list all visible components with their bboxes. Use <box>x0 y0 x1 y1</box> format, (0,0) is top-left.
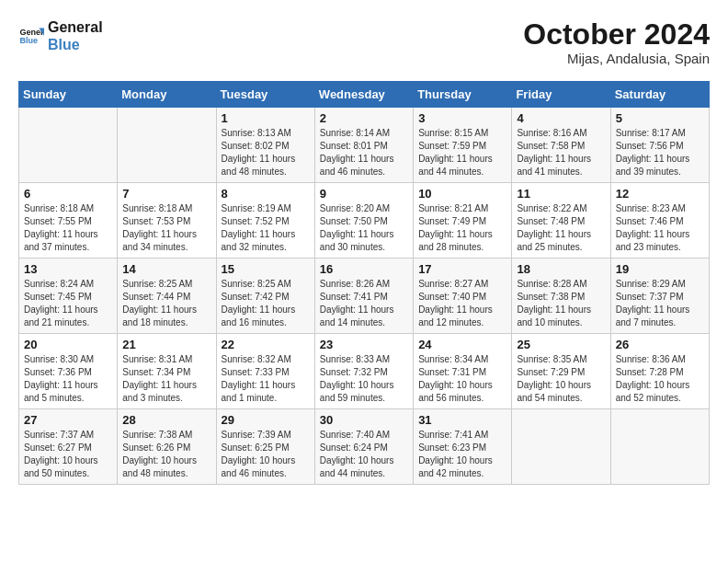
logo-text-blue: Blue <box>48 36 103 53</box>
day-detail: Sunrise: 7:39 AM Sunset: 6:25 PM Dayligh… <box>222 429 310 480</box>
title-block: October 2024 Mijas, Andalusia, Spain <box>523 18 710 66</box>
header-wednesday: Wednesday <box>314 82 413 108</box>
calendar-cell <box>512 409 610 485</box>
calendar-cell: 30Sunrise: 7:40 AM Sunset: 6:24 PM Dayli… <box>314 409 413 485</box>
day-number: 5 <box>616 111 704 125</box>
calendar-cell: 23Sunrise: 8:33 AM Sunset: 7:32 PM Dayli… <box>314 334 413 409</box>
calendar-cell: 12Sunrise: 8:23 AM Sunset: 7:46 PM Dayli… <box>610 183 709 259</box>
day-number: 19 <box>616 262 704 276</box>
header-thursday: Thursday <box>414 82 512 108</box>
day-number: 8 <box>222 187 310 201</box>
day-number: 27 <box>24 413 112 427</box>
day-detail: Sunrise: 8:18 AM Sunset: 7:55 PM Dayligh… <box>24 202 112 254</box>
day-number: 20 <box>24 338 112 351</box>
day-number: 4 <box>517 111 605 125</box>
day-detail: Sunrise: 8:36 AM Sunset: 7:28 PM Dayligh… <box>616 353 704 405</box>
day-detail: Sunrise: 8:16 AM Sunset: 7:58 PM Dayligh… <box>517 127 605 178</box>
logo-text-general: General <box>48 18 103 36</box>
day-detail: Sunrise: 8:19 AM Sunset: 7:52 PM Dayligh… <box>222 202 310 254</box>
day-detail: Sunrise: 8:32 AM Sunset: 7:33 PM Dayligh… <box>222 353 310 405</box>
calendar-cell: 5Sunrise: 8:17 AM Sunset: 7:56 PM Daylig… <box>610 108 709 183</box>
calendar-cell: 31Sunrise: 7:41 AM Sunset: 6:23 PM Dayli… <box>414 409 512 485</box>
logo: General Blue General Blue <box>18 18 103 53</box>
day-detail: Sunrise: 7:41 AM Sunset: 6:23 PM Dayligh… <box>418 429 506 480</box>
day-detail: Sunrise: 8:17 AM Sunset: 7:56 PM Dayligh… <box>616 127 704 178</box>
day-detail: Sunrise: 8:31 AM Sunset: 7:34 PM Dayligh… <box>122 353 210 405</box>
calendar-cell <box>610 409 709 485</box>
day-number: 18 <box>517 262 605 276</box>
location-subtitle: Mijas, Andalusia, Spain <box>523 51 710 66</box>
calendar-cell: 17Sunrise: 8:27 AM Sunset: 7:40 PM Dayli… <box>414 259 512 334</box>
day-detail: Sunrise: 8:18 AM Sunset: 7:53 PM Dayligh… <box>122 202 210 254</box>
day-number: 17 <box>418 262 506 276</box>
day-detail: Sunrise: 7:38 AM Sunset: 6:26 PM Dayligh… <box>122 429 210 480</box>
day-detail: Sunrise: 8:23 AM Sunset: 7:46 PM Dayligh… <box>616 202 704 254</box>
day-detail: Sunrise: 8:30 AM Sunset: 7:36 PM Dayligh… <box>24 353 112 405</box>
calendar-cell: 26Sunrise: 8:36 AM Sunset: 7:28 PM Dayli… <box>610 334 709 409</box>
day-number: 25 <box>517 338 605 351</box>
day-detail: Sunrise: 8:15 AM Sunset: 7:59 PM Dayligh… <box>418 127 506 178</box>
calendar-cell: 8Sunrise: 8:19 AM Sunset: 7:52 PM Daylig… <box>216 183 314 259</box>
calendar-cell: 4Sunrise: 8:16 AM Sunset: 7:58 PM Daylig… <box>512 108 610 183</box>
day-number: 26 <box>616 338 704 351</box>
page-header: General Blue General Blue October 2024 M… <box>18 18 710 66</box>
day-detail: Sunrise: 8:26 AM Sunset: 7:41 PM Dayligh… <box>320 278 408 329</box>
calendar-week-4: 20Sunrise: 8:30 AM Sunset: 7:36 PM Dayli… <box>19 334 710 409</box>
day-number: 9 <box>320 187 408 201</box>
calendar-table: SundayMondayTuesdayWednesdayThursdayFrid… <box>18 81 710 485</box>
day-detail: Sunrise: 8:27 AM Sunset: 7:40 PM Dayligh… <box>418 278 506 329</box>
day-number: 3 <box>418 111 506 125</box>
calendar-cell: 11Sunrise: 8:22 AM Sunset: 7:48 PM Dayli… <box>512 183 610 259</box>
calendar-cell: 13Sunrise: 8:24 AM Sunset: 7:45 PM Dayli… <box>19 259 118 334</box>
day-detail: Sunrise: 8:24 AM Sunset: 7:45 PM Dayligh… <box>24 278 112 329</box>
day-number: 12 <box>616 187 704 201</box>
day-detail: Sunrise: 8:34 AM Sunset: 7:31 PM Dayligh… <box>418 353 506 405</box>
day-number: 15 <box>222 262 310 276</box>
calendar-cell: 10Sunrise: 8:21 AM Sunset: 7:49 PM Dayli… <box>414 183 512 259</box>
calendar-header-row: SundayMondayTuesdayWednesdayThursdayFrid… <box>19 82 710 108</box>
day-number: 7 <box>122 187 210 201</box>
day-detail: Sunrise: 8:35 AM Sunset: 7:29 PM Dayligh… <box>517 353 605 405</box>
day-number: 24 <box>418 338 506 351</box>
day-detail: Sunrise: 8:25 AM Sunset: 7:44 PM Dayligh… <box>122 278 210 329</box>
calendar-cell: 1Sunrise: 8:13 AM Sunset: 8:02 PM Daylig… <box>216 108 314 183</box>
calendar-cell: 9Sunrise: 8:20 AM Sunset: 7:50 PM Daylig… <box>314 183 413 259</box>
day-number: 10 <box>418 187 506 201</box>
calendar-week-3: 13Sunrise: 8:24 AM Sunset: 7:45 PM Dayli… <box>19 259 710 334</box>
calendar-cell: 2Sunrise: 8:14 AM Sunset: 8:01 PM Daylig… <box>314 108 413 183</box>
day-number: 22 <box>222 338 310 351</box>
day-number: 31 <box>418 413 506 427</box>
calendar-cell: 18Sunrise: 8:28 AM Sunset: 7:38 PM Dayli… <box>512 259 610 334</box>
day-detail: Sunrise: 8:25 AM Sunset: 7:42 PM Dayligh… <box>222 278 310 329</box>
day-detail: Sunrise: 7:37 AM Sunset: 6:27 PM Dayligh… <box>24 429 112 480</box>
header-tuesday: Tuesday <box>216 82 314 108</box>
day-detail: Sunrise: 8:14 AM Sunset: 8:01 PM Dayligh… <box>320 127 408 178</box>
day-number: 11 <box>517 187 605 201</box>
day-number: 6 <box>24 187 112 201</box>
calendar-cell: 15Sunrise: 8:25 AM Sunset: 7:42 PM Dayli… <box>216 259 314 334</box>
calendar-cell: 24Sunrise: 8:34 AM Sunset: 7:31 PM Dayli… <box>414 334 512 409</box>
day-detail: Sunrise: 7:40 AM Sunset: 6:24 PM Dayligh… <box>320 429 408 480</box>
calendar-cell: 25Sunrise: 8:35 AM Sunset: 7:29 PM Dayli… <box>512 334 610 409</box>
header-saturday: Saturday <box>610 82 709 108</box>
calendar-week-2: 6Sunrise: 8:18 AM Sunset: 7:55 PM Daylig… <box>19 183 710 259</box>
day-number: 21 <box>122 338 210 351</box>
header-monday: Monday <box>118 82 216 108</box>
calendar-cell: 29Sunrise: 7:39 AM Sunset: 6:25 PM Dayli… <box>216 409 314 485</box>
calendar-cell: 16Sunrise: 8:26 AM Sunset: 7:41 PM Dayli… <box>314 259 413 334</box>
day-number: 2 <box>320 111 408 125</box>
calendar-cell: 14Sunrise: 8:25 AM Sunset: 7:44 PM Dayli… <box>118 259 216 334</box>
month-year-title: October 2024 <box>523 18 710 51</box>
day-detail: Sunrise: 8:33 AM Sunset: 7:32 PM Dayligh… <box>320 353 408 405</box>
calendar-cell: 27Sunrise: 7:37 AM Sunset: 6:27 PM Dayli… <box>19 409 118 485</box>
header-friday: Friday <box>512 82 610 108</box>
day-detail: Sunrise: 8:21 AM Sunset: 7:49 PM Dayligh… <box>418 202 506 254</box>
day-number: 1 <box>222 111 310 125</box>
day-number: 28 <box>122 413 210 427</box>
day-number: 29 <box>222 413 310 427</box>
calendar-cell: 22Sunrise: 8:32 AM Sunset: 7:33 PM Dayli… <box>216 334 314 409</box>
calendar-cell: 21Sunrise: 8:31 AM Sunset: 7:34 PM Dayli… <box>118 334 216 409</box>
calendar-cell: 28Sunrise: 7:38 AM Sunset: 6:26 PM Dayli… <box>118 409 216 485</box>
day-detail: Sunrise: 8:29 AM Sunset: 7:37 PM Dayligh… <box>616 278 704 329</box>
day-number: 13 <box>24 262 112 276</box>
